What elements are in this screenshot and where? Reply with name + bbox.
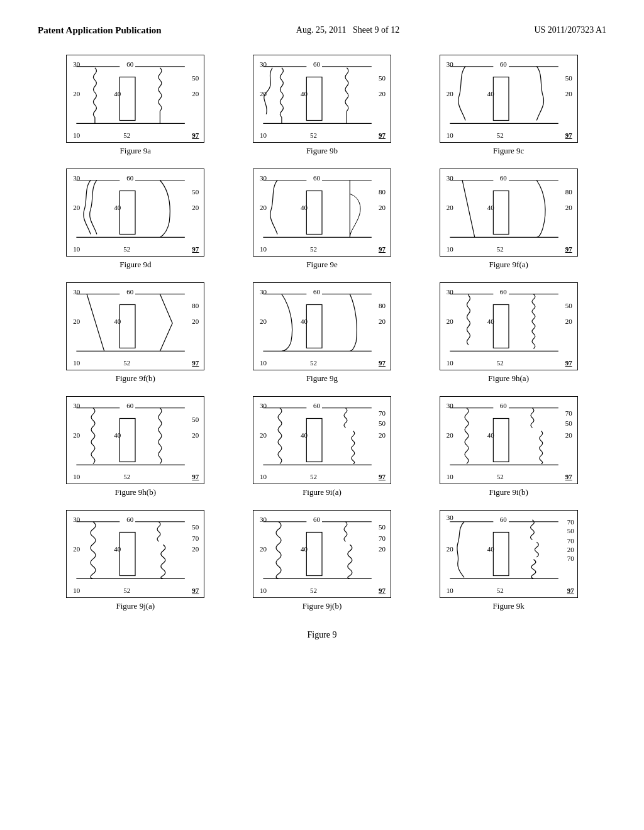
figure-cell-9a: 30 60 50 20 40 20 10 52 97 Figure 9a <box>52 55 219 156</box>
label-40-9fb: 40 <box>114 318 121 325</box>
label-97-9jb: 97 <box>379 587 386 594</box>
diagram-9k: 30 60 70 50 70 20 40 20 70 10 52 97 <box>440 510 578 598</box>
figure-label-9k: Figure 9k <box>493 601 525 611</box>
label-20-9e: 20 <box>260 204 267 211</box>
label-50-9jb: 50 <box>379 523 386 531</box>
label-97-9fb: 97 <box>192 359 199 367</box>
label-50-9a: 50 <box>192 74 199 82</box>
label-60-9a: 60 <box>126 60 133 68</box>
label-52-9ha: 52 <box>497 359 504 367</box>
label-20b-9ia: 20 <box>379 431 386 439</box>
label-20-9fb: 20 <box>73 318 80 325</box>
figure-cell-9g: 30 60 80 20 40 20 10 52 97 Figure 9g <box>238 282 406 384</box>
diagram-9fb: 30 60 80 20 40 20 10 52 97 <box>66 282 204 370</box>
label-20-9k: 20 <box>447 545 453 553</box>
figure-cell-9ja: 30 60 50 70 20 40 20 10 52 97 Figure 9j(… <box>52 510 219 611</box>
label-10-9ib: 10 <box>447 473 453 480</box>
bottom-figure-label: Figure 9 <box>307 630 336 640</box>
label-30-9jb: 30 <box>260 516 267 523</box>
diagram-9b: 30 60 50 20 40 20 10 52 97 <box>253 55 391 143</box>
label-20-9ib: 20 <box>447 431 453 439</box>
label-60-9d: 60 <box>126 174 133 182</box>
label-20b-9a: 20 <box>192 90 199 97</box>
label-10-9jb: 10 <box>260 587 267 594</box>
page: Patent Application Publication Aug. 25, … <box>0 0 644 830</box>
label-97-9ja: 97 <box>192 587 199 594</box>
label-40-9a: 40 <box>114 90 121 97</box>
figure-label-9ja: Figure 9j(a) <box>116 601 155 611</box>
figure-cell-9d: 30 60 50 20 40 20 10 52 97 Figure 9d <box>52 169 219 270</box>
figure-label-9d: Figure 9d <box>119 260 151 270</box>
label-50-9k: 50 <box>567 527 574 534</box>
label-60-9ha: 60 <box>500 288 507 296</box>
header-sheet: Sheet 9 of 12 <box>353 25 399 35</box>
main-content: 30 60 50 20 40 20 10 52 97 Figure 9a <box>38 55 606 640</box>
label-40-9b: 40 <box>301 90 308 97</box>
svg-rect-20 <box>120 191 136 235</box>
label-20b-9ja: 20 <box>192 545 199 553</box>
label-20b-9fa: 20 <box>565 204 572 211</box>
label-20-9c: 20 <box>447 90 453 97</box>
label-70-9ja: 70 <box>192 534 199 542</box>
figure-cell-9k: 30 60 70 50 70 20 40 20 70 10 52 97 Figu… <box>425 510 592 611</box>
diagram-9jb: 30 60 50 70 20 40 20 10 52 97 <box>253 510 391 598</box>
figure-label-9hb: Figure 9h(b) <box>115 487 156 497</box>
label-52-9a: 52 <box>123 131 130 139</box>
label-50-9hb: 50 <box>192 416 199 423</box>
svg-rect-41 <box>493 305 509 348</box>
figure-cell-9fb: 30 60 80 20 40 20 10 52 97 Figure 9f(b) <box>52 282 219 384</box>
header-center: Aug. 25, 2011 Sheet 9 of 12 <box>296 25 399 35</box>
label-10-9k: 10 <box>447 587 453 594</box>
label-52-9d: 52 <box>123 245 130 253</box>
label-20b-9e: 20 <box>379 204 386 211</box>
figure-label-9g: Figure 9g <box>306 374 338 384</box>
label-40-9fa: 40 <box>487 204 494 211</box>
figure-label-9ia: Figure 9i(a) <box>303 487 341 497</box>
header-left: Patent Application Publication <box>38 25 162 36</box>
label-10-9c: 10 <box>447 131 453 139</box>
label-52-9hb: 52 <box>123 473 130 480</box>
label-60-9hb: 60 <box>126 402 133 409</box>
label-60-9jb: 60 <box>313 516 320 523</box>
label-60-9g: 60 <box>313 288 320 296</box>
svg-rect-8 <box>306 77 322 121</box>
label-97-9c: 97 <box>565 131 572 139</box>
label-70-9ia: 70 <box>379 409 386 417</box>
label-70b-9k: 70 <box>567 537 574 545</box>
label-10-9fb: 10 <box>73 359 80 367</box>
label-52-9fb: 52 <box>123 359 130 367</box>
figure-cell-9e: 30 60 80 20 40 20 10 52 97 Figure 9e <box>238 169 406 270</box>
label-70c-9k: 70 <box>567 555 574 562</box>
label-60-9c: 60 <box>500 60 507 68</box>
label-97-9ib: 97 <box>565 473 572 480</box>
label-10-9d: 10 <box>73 245 80 253</box>
label-30-9fa: 30 <box>447 174 453 182</box>
svg-rect-58 <box>120 533 136 576</box>
label-60-9ja: 60 <box>126 516 133 523</box>
svg-rect-46 <box>120 419 136 462</box>
label-20-9a: 20 <box>73 90 80 97</box>
label-97-9b: 97 <box>379 131 386 139</box>
label-97-9g: 97 <box>379 359 386 367</box>
label-40-9hb: 40 <box>114 431 121 439</box>
label-20-9hb: 20 <box>73 431 80 439</box>
label-80-9g: 80 <box>379 302 386 309</box>
label-50-9ib: 50 <box>565 419 572 427</box>
label-20b-9k: 20 <box>567 546 574 553</box>
label-10-9a: 10 <box>73 131 80 139</box>
label-52-9e: 52 <box>310 245 317 253</box>
label-60-9ib: 60 <box>500 402 507 409</box>
diagram-9ja: 30 60 50 70 20 40 20 10 52 97 <box>66 510 204 598</box>
figures-grid: 30 60 50 20 40 20 10 52 97 Figure 9a <box>52 55 592 611</box>
label-20-9ha: 20 <box>447 318 453 325</box>
label-30-9b: 30 <box>260 60 267 68</box>
label-97-9ia: 97 <box>379 473 386 480</box>
label-30-9g: 30 <box>260 288 267 296</box>
diagram-9e: 30 60 80 20 40 20 10 52 97 <box>253 169 391 257</box>
label-10-9g: 10 <box>260 359 267 367</box>
label-60-9b: 60 <box>313 60 320 68</box>
label-52-9fa: 52 <box>497 245 504 253</box>
label-20b-9fb: 20 <box>192 318 199 325</box>
figure-cell-9fa: 30 60 80 20 40 20 10 52 97 Figure 9f(a) <box>425 169 592 270</box>
label-20-9jb: 20 <box>260 545 267 553</box>
